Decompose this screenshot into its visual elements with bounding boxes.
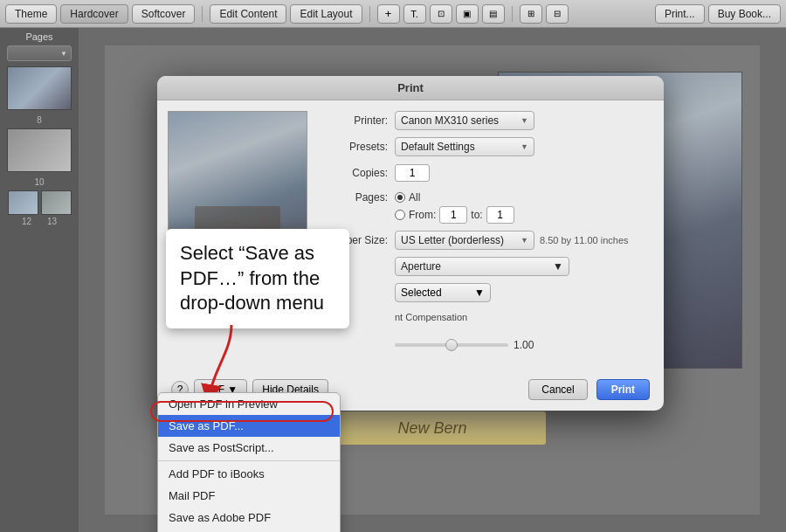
sidebar-dropdown[interactable]: ▼ — [7, 45, 72, 61]
edit-content-button[interactable]: Edit Content — [210, 4, 286, 24]
thumb-image-2 — [8, 129, 71, 171]
pages-range-row: From: to: — [395, 206, 514, 224]
pdf-menu-sep-1 — [158, 460, 340, 461]
copies-row: Copies: — [318, 163, 653, 183]
top-toolbar: Theme Hardcover Softcover Edit Content E… — [0, 0, 786, 28]
layout-icon-1[interactable]: ⊞ — [520, 4, 542, 24]
sidebar: Pages ▼ 8 10 12 13 — [0, 28, 79, 532]
paper-size-dim: 8.50 by 11.00 inches — [540, 235, 629, 245]
sidebar-thumb-row-bottom — [8, 190, 72, 215]
from-label: From: — [409, 209, 436, 221]
pdf-dropdown-menu: Open PDF in Preview Save as PDF... Save … — [157, 392, 341, 532]
sidebar-num-10: 10 — [34, 177, 44, 187]
cancel-button[interactable]: Cancel — [528, 379, 587, 400]
pdf-menu-web-receipts[interactable]: Save PDF to Web Receipts Folder — [158, 529, 340, 532]
book-city-label: New Bern — [319, 411, 546, 445]
pages-all-label: All — [409, 191, 420, 204]
softcover-button[interactable]: Softcover — [132, 4, 196, 24]
printer-arrow-icon: ▼ — [521, 116, 528, 125]
compensation-row: nt Compensation — [318, 309, 653, 328]
pdf-menu-add-ibooks[interactable]: Add PDF to iBooks — [158, 463, 340, 485]
pdf-menu-save-postscript[interactable]: Save as PostScript... — [158, 437, 340, 459]
selected-select[interactable]: Selected ▼ — [395, 283, 491, 302]
buy-book-button[interactable]: Buy Book... — [708, 4, 781, 24]
print-button[interactable]: Print... — [655, 4, 705, 24]
instruction-text: Select “Save as PDF…” from the drop-down… — [180, 242, 324, 314]
paper-size-select[interactable]: US Letter (borderless) ▼ — [395, 231, 534, 250]
dialog-title: Print — [397, 81, 424, 94]
sidebar-num-8: 8 — [37, 115, 42, 125]
pages-from-input[interactable] — [439, 206, 467, 224]
instruction-box: Select “Save as PDF…” from the drop-down… — [166, 229, 349, 328]
printer-row: Printer: Canon MX310 series ▼ — [318, 111, 653, 130]
copies-input[interactable] — [395, 164, 430, 182]
sidebar-thumb-main[interactable] — [7, 66, 72, 110]
layout-icon-2[interactable]: ⊟ — [546, 4, 569, 24]
pdf-menu-open-preview[interactable]: Open PDF in Preview — [158, 393, 340, 415]
aperture-row: Aperture ▼ — [318, 257, 653, 276]
copies-label: Copies: — [318, 167, 388, 179]
theme-button[interactable]: Theme — [5, 4, 57, 24]
aperture-select[interactable]: Aperture ▼ — [395, 257, 569, 276]
image-icon-2[interactable]: ▣ — [456, 4, 479, 24]
aperture-arrow-icon: ▼ — [553, 260, 563, 273]
slider-track[interactable] — [395, 343, 508, 347]
dialog-titlebar: Print — [157, 76, 664, 100]
image-icon-1[interactable]: ⊡ — [430, 4, 452, 24]
to-label: to: — [471, 209, 482, 221]
pdf-menu-save-as-pdf[interactable]: Save as PDF... — [158, 415, 340, 437]
sidebar-thumb-sm-12[interactable] — [8, 190, 38, 215]
pages-row: Pages: All From: to: — [318, 190, 653, 224]
thumb-image — [8, 67, 71, 109]
pages-all-row[interactable]: All — [395, 191, 514, 204]
presets-select[interactable]: Default Settings ▼ — [395, 137, 534, 156]
slider-row: 1.00 — [318, 335, 653, 355]
plus-icon[interactable]: + — [377, 4, 400, 24]
edit-layout-button[interactable]: Edit Layout — [290, 4, 362, 24]
sidebar-num-13: 13 — [47, 217, 57, 226]
printer-label: Printer: — [318, 114, 388, 127]
separator-3 — [512, 6, 513, 22]
image-icon-3[interactable]: ▤ — [482, 4, 505, 24]
print-submit-button[interactable]: Print — [596, 379, 650, 400]
main-area: Pages ▼ 8 10 12 13 New Bern — [0, 28, 786, 532]
sidebar-thumb-2[interactable] — [7, 128, 72, 172]
sidebar-thumb-sm-13[interactable] — [41, 190, 72, 215]
pages-all-radio[interactable] — [395, 192, 405, 203]
sidebar-label: Pages — [0, 31, 79, 42]
separator-2 — [369, 6, 370, 22]
separator-1 — [202, 6, 203, 22]
presets-arrow-icon: ▼ — [521, 142, 528, 151]
paper-size-arrow-icon: ▼ — [521, 236, 528, 245]
compensation-text: nt Compensation — [395, 312, 467, 322]
presets-label: Presets: — [318, 141, 388, 153]
pages-range-radio[interactable] — [395, 210, 405, 220]
hardcover-button[interactable]: Hardcover — [60, 4, 128, 24]
slider-control: 1.00 — [395, 339, 534, 351]
selected-arrow-icon: ▼ — [474, 287, 485, 299]
pages-to-input[interactable] — [486, 206, 514, 224]
content-area: New Bern Print |◀ ◀ — [79, 28, 786, 532]
printer-select[interactable]: Canon MX310 series ▼ — [395, 111, 534, 130]
paper-size-row: Paper Size: US Letter (borderless) ▼ 8.5… — [318, 231, 653, 250]
slider-value: 1.00 — [514, 339, 534, 351]
presets-row: Presets: Default Settings ▼ — [318, 137, 653, 156]
pages-label: Pages: — [318, 191, 388, 204]
pages-options: All From: to: — [395, 191, 514, 224]
selected-row: Selected ▼ — [318, 283, 653, 302]
pdf-menu-adobe[interactable]: Save as Adobe PDF — [158, 507, 340, 529]
pdf-menu-mail[interactable]: Mail PDF — [158, 485, 340, 507]
dialog-form: Printer: Canon MX310 series ▼ Presets: D… — [318, 111, 653, 362]
text-icon[interactable]: T. — [403, 4, 426, 24]
dropdown-arrow-icon: ▼ — [60, 50, 67, 58]
sidebar-num-12: 12 — [22, 217, 31, 226]
slider-thumb[interactable] — [445, 339, 458, 351]
